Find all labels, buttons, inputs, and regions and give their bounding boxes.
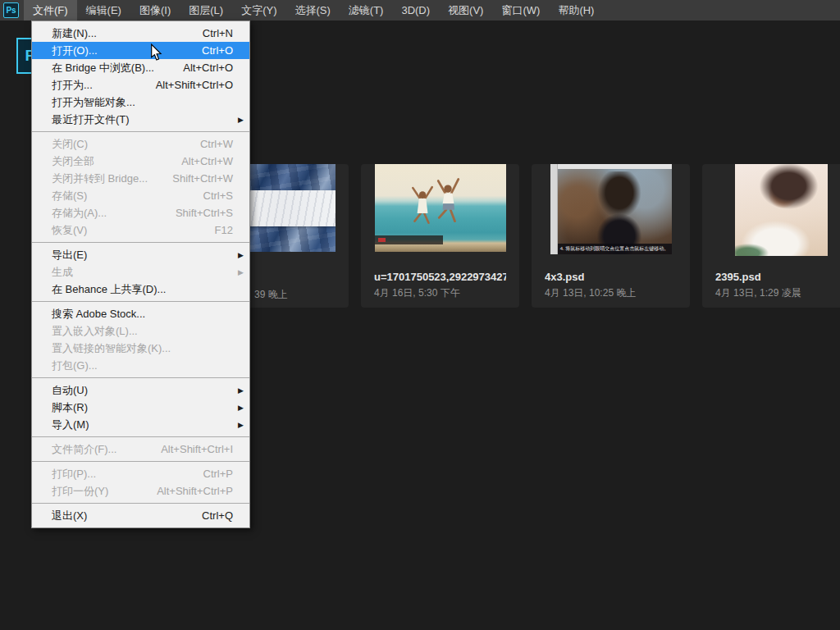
menu-item-label: 打开为智能对象... [52, 95, 233, 110]
menu-item-label: 打印(P)... [52, 467, 187, 482]
tutorial-caption: 4. 将鼠标移动到眼睛交点位置点击鼠标左键移动。 [558, 244, 672, 254]
menu-item: 文件简介(F)...Alt+Shift+Ctrl+I [32, 441, 249, 458]
thumbnail-portrait-photo [735, 164, 828, 256]
file-title: 2395.psd [715, 271, 840, 283]
menu-item-label: 置入链接的智能对象(K)... [52, 341, 233, 356]
submenu-arrow-icon: ▶ [238, 116, 244, 124]
menu-item: 关闭并转到 Bridge...Shift+Ctrl+W [32, 170, 249, 187]
menubar: Ps 文件(F)编辑(E)图像(I)图层(L)文字(Y)选择(S)滤镜(T)3D… [0, 0, 840, 21]
thumbnail-wrap [702, 164, 840, 266]
menubar-item[interactable]: 文件(F) [24, 0, 77, 21]
menu-separator [32, 503, 249, 504]
menu-item-label: 存储为(A)... [52, 206, 159, 221]
menubar-item[interactable]: 编辑(E) [77, 0, 130, 21]
menu-item: 置入链接的智能对象(K)... [32, 340, 249, 357]
watermark-strip [375, 235, 443, 245]
thumbnail-beach-photo [375, 164, 506, 252]
file-date: 4月 13日, 1:29 凌晨 [715, 286, 840, 300]
menubar-item[interactable]: 图像(I) [130, 0, 180, 21]
recent-file-card[interactable]: 4. 将鼠标移动到眼睛交点位置点击鼠标左键移动。4x3.psd4月 13日, 1… [532, 164, 690, 308]
menu-separator [32, 131, 249, 132]
recent-file-card[interactable]: u=1701750523,2922973427…4月 16日, 5:30 下午 [361, 164, 519, 308]
menu-item-label: 在 Bridge 中浏览(B)... [52, 61, 167, 75]
menu-item: 关闭全部Alt+Ctrl+W [32, 153, 249, 170]
menu-item-label: 关闭并转到 Bridge... [52, 171, 156, 186]
menu-item-shortcut: Shift+Ctrl+S [176, 207, 233, 219]
menu-separator [32, 436, 249, 437]
menu-item-shortcut: Shift+Ctrl+W [172, 172, 233, 185]
menu-item: 生成▶ [32, 263, 249, 281]
menu-item[interactable]: 搜索 Adobe Stock... [32, 305, 249, 322]
thumbnail-wrap [361, 164, 519, 266]
menu-item[interactable]: 新建(N)...Ctrl+N [32, 25, 249, 42]
recent-file-card[interactable]: 2395.psd4月 13日, 1:29 凌晨 [702, 164, 840, 308]
menu-item[interactable]: 在 Behance 上共享(D)... [32, 281, 249, 298]
mouse-cursor-icon [148, 43, 164, 62]
menu-item-label: 最近打开文件(T) [52, 112, 233, 127]
menu-item: 打包(G)... [32, 357, 249, 374]
submenu-arrow-icon: ▶ [238, 268, 244, 276]
menu-item-label: 退出(X) [52, 509, 185, 523]
menu-item-shortcut: Alt+Shift+Ctrl+I [161, 443, 233, 455]
menu-item-label: 关闭(C) [52, 137, 184, 152]
menu-separator [32, 377, 249, 378]
menu-item-label: 脚本(R) [52, 400, 233, 415]
menu-item-label: 打印一份(Y) [52, 484, 140, 499]
menu-item[interactable]: 打开(O)...Ctrl+O [32, 42, 249, 59]
menu-item-shortcut: Ctrl+W [200, 138, 233, 150]
menubar-item[interactable]: 窗口(W) [492, 0, 549, 21]
menu-item-label: 搜索 Adobe Stock... [52, 307, 233, 322]
menubar-item[interactable]: 滤镜(T) [340, 0, 393, 21]
menu-item-shortcut: Ctrl+S [203, 189, 233, 202]
thumbnail-wrap: 4. 将鼠标移动到眼睛交点位置点击鼠标左键移动。 [532, 164, 690, 266]
menu-item: 存储为(A)...Shift+Ctrl+S [32, 204, 249, 221]
menu-item[interactable]: 打开为...Alt+Shift+Ctrl+O [32, 76, 249, 94]
menu-item: 存储(S)Ctrl+S [32, 187, 249, 204]
menu-item: 置入嵌入对象(L)... [32, 322, 249, 340]
submenu-arrow-icon: ▶ [238, 251, 244, 259]
menu-separator [32, 242, 249, 243]
menu-item[interactable]: 自动(U)▶ [32, 381, 249, 399]
menu-item-label: 存储(S) [52, 189, 187, 203]
menu-item-label: 自动(U) [52, 383, 233, 398]
file-title: 4x3.psd [545, 271, 677, 283]
file-date: 4月 13日, 10:25 晚上 [545, 286, 677, 300]
menu-item: 打印一份(Y)Alt+Shift+Ctrl+P [32, 482, 249, 500]
menu-item-shortcut: Ctrl+O [202, 44, 233, 57]
menu-separator [32, 301, 249, 302]
menubar-item[interactable]: 3D(D) [392, 0, 439, 21]
menu-item-label: 导出(E) [52, 248, 233, 262]
menu-item-label: 在 Behance 上共享(D)... [52, 282, 233, 297]
submenu-arrow-icon: ▶ [238, 404, 244, 412]
window-chrome-left [550, 164, 558, 254]
submenu-arrow-icon: ▶ [238, 386, 244, 395]
portrait-figure [589, 171, 650, 254]
menu-item[interactable]: 退出(X)Ctrl+Q [32, 507, 249, 524]
menubar-item[interactable]: 选择(S) [285, 0, 339, 21]
menu-item-shortcut: Ctrl+P [203, 468, 233, 480]
menu-item-label: 文件简介(F)... [52, 442, 144, 457]
menu-item[interactable]: 最近打开文件(T)▶ [32, 111, 249, 128]
menu-item[interactable]: 脚本(R)▶ [32, 399, 249, 416]
menu-item-label: 新建(N)... [52, 26, 186, 41]
jumping-figures-icon [395, 175, 474, 233]
menu-separator [32, 461, 249, 462]
file-date: 39 晚上 [254, 288, 336, 302]
menubar-item[interactable]: 视图(V) [439, 0, 492, 21]
menu-item-label: 置入嵌入对象(L)... [52, 324, 233, 339]
menu-item-label: 打开为... [52, 78, 139, 93]
menu-item-label: 打开(O)... [52, 43, 185, 58]
file-date: 4月 16日, 5:30 下午 [374, 286, 506, 300]
menu-item-shortcut: Alt+Ctrl+O [183, 62, 233, 74]
menu-item[interactable]: 导出(E)▶ [32, 246, 249, 263]
menu-item-shortcut: Alt+Shift+Ctrl+P [157, 485, 233, 497]
menubar-item[interactable]: 文字(Y) [232, 0, 285, 21]
menu-item[interactable]: 打开为智能对象... [32, 94, 249, 111]
menu-item: 恢复(V)F12 [32, 221, 249, 239]
menubar-item[interactable]: 帮助(H) [549, 0, 603, 21]
menu-item[interactable]: 在 Bridge 中浏览(B)...Alt+Ctrl+O [32, 59, 249, 76]
submenu-arrow-icon: ▶ [238, 421, 244, 429]
menubar-item[interactable]: 图层(L) [180, 0, 232, 21]
menu-item-shortcut: Ctrl+N [203, 27, 233, 39]
menu-item[interactable]: 导入(M)▶ [32, 416, 249, 433]
